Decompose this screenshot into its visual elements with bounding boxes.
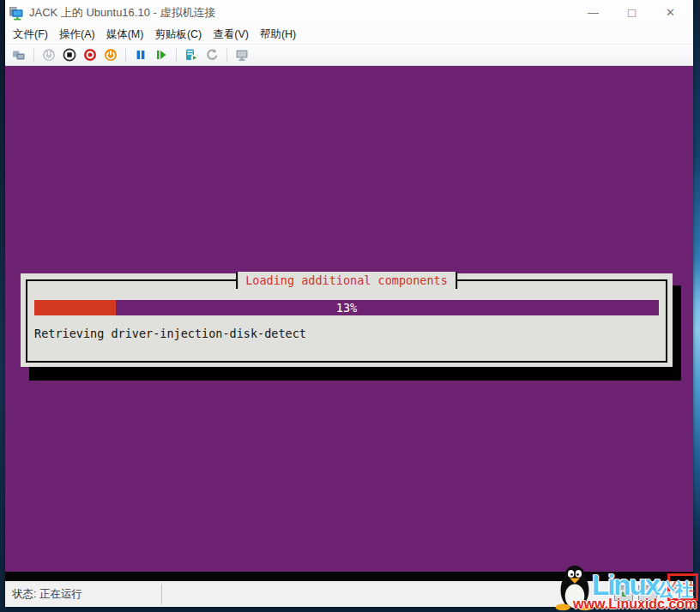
- progress-percent-label: 13%: [34, 300, 659, 315]
- dialog-frame: Loading additional components: [26, 279, 667, 363]
- vmconnect-app-icon: [9, 6, 23, 21]
- enhanced-session-icon[interactable]: [233, 46, 250, 63]
- installer-dialog: Loading additional components 13% Retrie…: [21, 273, 673, 367]
- toolbar-separator: [125, 48, 126, 63]
- status-bar: 状态: 正在运行: [5, 581, 693, 607]
- vm-status-text: 状态: 正在运行: [5, 587, 82, 602]
- desktop-background: JACK 上的 Ubuntu16.10 - 虚拟机连接 — □ ✕ 文件(F) …: [0, 0, 700, 612]
- minimize-button[interactable]: —: [574, 0, 612, 26]
- toolbar: [5, 45, 693, 66]
- turn-off-icon[interactable]: [81, 46, 99, 63]
- progress-bar: 13%: [34, 300, 659, 315]
- dialog-status-text: Retrieving driver-injection-disk-detect: [34, 327, 306, 340]
- menu-action[interactable]: 操作(A): [59, 27, 95, 42]
- toolbar-separator: [176, 48, 177, 63]
- window-title: JACK 上的 Ubuntu16.10 - 虚拟机连接: [29, 5, 215, 21]
- menu-help[interactable]: 帮助(H): [260, 27, 296, 42]
- dialog-title: Loading additional components: [236, 272, 457, 289]
- title-bar[interactable]: JACK 上的 Ubuntu16.10 - 虚拟机连接 — □ ✕: [5, 0, 693, 26]
- toolbar-separator: [226, 48, 227, 63]
- close-button[interactable]: ✕: [651, 0, 690, 26]
- window-controls: — □ ✕: [574, 0, 690, 26]
- menu-view[interactable]: 查看(V): [213, 27, 249, 42]
- vm-screen[interactable]: Loading additional components 13% Retrie…: [5, 66, 693, 581]
- power-start-icon[interactable]: [40, 46, 57, 63]
- ctrl-alt-del-icon[interactable]: [10, 46, 27, 63]
- status-bar-separator: [161, 584, 162, 604]
- menu-media[interactable]: 媒体(M): [106, 27, 144, 42]
- desktop-wallpaper-strip: [693, 0, 700, 612]
- toolbar-separator: [33, 48, 34, 63]
- resume-icon[interactable]: [153, 46, 170, 63]
- menu-bar: 文件(F) 操作(A) 媒体(M) 剪贴板(C) 查看(V) 帮助(H): [5, 26, 693, 45]
- maximize-button[interactable]: □: [612, 0, 651, 26]
- checkpoint-icon[interactable]: [183, 46, 200, 63]
- stop-icon[interactable]: [61, 46, 78, 63]
- statusbar-icon: [638, 585, 657, 601]
- statusbar-icon: [614, 585, 633, 601]
- shut-down-icon[interactable]: [102, 46, 119, 63]
- installer-footer-band: [5, 572, 693, 581]
- vmconnect-window: JACK 上的 Ubuntu16.10 - 虚拟机连接 — □ ✕ 文件(F) …: [5, 0, 693, 607]
- revert-icon[interactable]: [203, 46, 220, 63]
- menu-file[interactable]: 文件(F): [13, 27, 48, 42]
- menu-clipboard[interactable]: 剪贴板(C): [154, 27, 202, 42]
- pause-icon[interactable]: [132, 46, 149, 63]
